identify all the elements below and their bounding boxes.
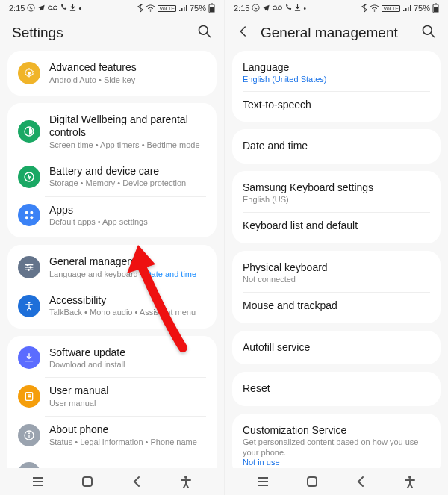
settings-item-digital-wellbeing-and-parental-controls[interactable]: Digital Wellbeing and parental controlsS… [7,106,217,158]
nav-home[interactable] [297,476,327,488]
battery-icon [208,3,215,13]
settings-item-battery-and-device-care[interactable]: Battery and device careStorage • Memory … [7,158,217,196]
item-title: Samsung Keyboard settings [243,181,430,195]
svg-rect-6 [211,4,213,5]
volte-icon: VoLTE [158,5,176,12]
status-time: 2:15 [9,4,25,13]
search-button[interactable] [197,24,212,42]
settings-item-accessibility[interactable]: AccessibilityTalkBack • Mono audio • Ass… [7,287,217,326]
settings-item-general-management[interactable]: General managementLanguage and keyboard … [7,248,217,287]
phone-icon [284,4,292,13]
download-icon [18,346,40,369]
voicemail-icon [273,4,282,13]
settings-screen: 2:15 • [0,0,224,495]
more-icon: • [78,4,81,13]
nav-bar [0,468,224,495]
svg-point-15 [25,217,28,220]
gm-item-samsung-keyboard-settings[interactable]: Samsung Keyboard settingsEnglish (US) [232,174,441,213]
svg-point-2 [54,6,57,10]
svg-point-42 [374,10,376,12]
search-button[interactable] [421,24,436,42]
svg-point-52 [408,476,411,479]
nav-back[interactable] [346,476,376,488]
whatsapp-icon [252,4,260,13]
whatsapp-icon [27,4,35,13]
gear-mono-icon [18,62,40,84]
wellbeing-icon [18,120,40,143]
bluetooth-icon [137,4,143,13]
svg-point-23 [28,302,31,304]
item-subtitle: TalkBack • Mono audio • Assistant menu [49,308,206,317]
svg-rect-45 [434,7,438,12]
svg-point-40 [279,6,282,10]
info-icon [18,424,40,446]
item-title: Developer options [49,467,206,468]
settings-item-apps[interactable]: AppsDefault apps • App settings [7,196,217,235]
gm-item-mouse-and-trackpad[interactable]: Mouse and trackpad [232,292,441,320]
item-title: Autofill service [243,341,430,355]
nav-accessibility[interactable] [171,475,201,488]
telegram-icon [37,4,46,13]
settings-item-user-manual[interactable]: User manualUser manual [7,377,217,416]
svg-rect-44 [435,4,437,5]
item-subtitle: Download and install [49,360,206,370]
svg-point-0 [28,4,34,10]
item-title: Reset [243,382,430,396]
svg-point-4 [150,10,152,12]
nav-back[interactable] [122,476,152,488]
gm-header: General management [225,16,448,51]
gm-item-date-and-time[interactable]: Date and time [232,132,441,161]
item-title: Text-to-speech [243,99,430,112]
gm-item-language[interactable]: LanguageEnglish (United States) [232,54,441,91]
settings-item-software-update[interactable]: Software updateDownload and install [7,339,217,378]
battery-text: 75% [190,4,206,13]
page-title: General management [261,25,421,41]
svg-point-18 [26,264,28,266]
item-title: About phone [49,423,206,437]
svg-point-28 [28,432,30,434]
svg-point-39 [273,6,277,10]
battery-care-icon [18,166,40,188]
svg-point-37 [184,476,187,479]
gm-item-text-to-speech[interactable]: Text-to-speech [232,91,441,119]
signal-icon [402,4,411,12]
settings-item-advanced-features[interactable]: Advanced featuresAndroid Auto • Side key [7,54,217,93]
item-subtitle: Screen time • App timers • Bedtime mode [49,140,206,150]
nav-home[interactable] [72,476,102,488]
battery-text: 75% [414,4,430,13]
settings-list[interactable]: Advanced featuresAndroid Auto • Side key… [0,51,224,468]
manual-icon [18,385,40,408]
svg-rect-7 [210,7,214,12]
nav-accessibility[interactable] [395,475,425,488]
sliders-icon [18,256,40,278]
accessibility-icon [18,295,40,317]
settings-item-about-phone[interactable]: About phoneStatus • Legal information • … [7,416,217,455]
volte-icon: VoLTE [382,5,400,12]
settings-header: Settings [0,16,224,51]
item-title: Apps [49,204,206,217]
dev-icon [18,462,40,468]
status-time: 2:15 [234,4,249,13]
download-status-icon [69,4,76,13]
svg-point-20 [29,266,31,268]
nav-recents[interactable] [23,476,53,487]
item-title: Date and time [243,140,430,153]
svg-point-10 [28,72,31,75]
gm-item-keyboard-list-and-default[interactable]: Keyboard list and default [232,212,441,240]
settings-item-developer-options[interactable]: Developer options [7,455,217,468]
item-subtitle: Not connected [243,275,430,284]
item-title: Physical keyboard [243,261,430,275]
gm-list[interactable]: LanguageEnglish (United States)Text-to-s… [225,51,448,468]
item-title: General management [49,255,206,269]
back-button[interactable] [237,25,250,41]
voicemail-icon [48,4,57,13]
status-bar: 2:15 • VoLTE 75% [225,0,448,16]
nav-recents[interactable] [248,476,278,487]
gm-item-autofill-service[interactable]: Autofill service [232,334,441,362]
gm-item-customization-service[interactable]: Customization ServiceGet personalized co… [232,417,441,468]
gm-item-reset[interactable]: Reset [232,375,441,403]
wifi-icon [146,4,155,12]
general-management-screen: 2:15 • VoLTE 75% General managemen [224,0,448,495]
item-extra: Not in use [243,458,430,467]
gm-item-physical-keyboard[interactable]: Physical keyboardNot connected [232,254,441,293]
